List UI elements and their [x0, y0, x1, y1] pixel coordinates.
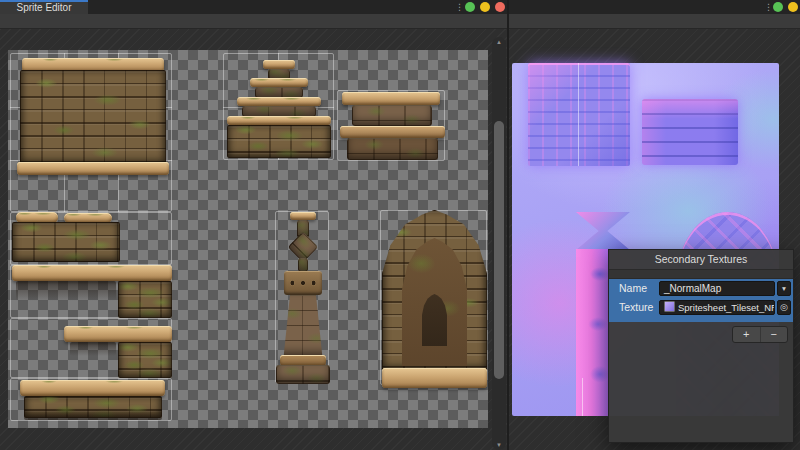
scroll-up-icon[interactable]: ▲ [492, 38, 506, 46]
sprite-stepped-pyramid[interactable] [227, 60, 331, 158]
vertical-scrollbar[interactable]: ▲ ▼ [492, 37, 506, 450]
panel-separator [609, 269, 793, 279]
sprite-editor-window: Sprite Editor ⋮ ⋮ Sprite Editor▾ Slice▾ … [0, 0, 800, 450]
name-label: Name [619, 281, 647, 296]
texture-object-field[interactable]: Spritesheet_Tileset_NRM [659, 300, 775, 315]
slice-grid-line [578, 63, 579, 166]
toolbar: Sprite Editor▾ Slice▾ Trim Revert Apply … [0, 14, 800, 29]
secondary-textures-panel: Secondary Textures Name _NormalMap ▼ Tex… [608, 249, 794, 443]
tab-bar: Sprite Editor ⋮ ⋮ [0, 0, 800, 14]
sprite-editor-canvas: ▲ ▼ [0, 29, 507, 450]
object-picker-button[interactable]: ◎ [777, 300, 791, 315]
object-picker-icon: ◎ [780, 302, 788, 312]
texture-thumbnail-icon [664, 301, 675, 312]
window-dot-green[interactable] [465, 2, 475, 12]
scroll-down-icon[interactable]: ▼ [492, 441, 506, 449]
sprite-stone-platform[interactable] [340, 92, 445, 160]
name-field[interactable]: _NormalMap [659, 281, 775, 296]
slice-grid-line [582, 378, 583, 416]
sprite-long-ledge[interactable] [12, 265, 172, 318]
sprite-bottom-ledge[interactable] [20, 378, 168, 420]
window-menu-icon-right[interactable]: ⋮ [764, 1, 773, 13]
normal-map-wall [528, 63, 630, 166]
normal-map-column-top [576, 212, 630, 250]
sprite-carved-totem-column[interactable] [276, 212, 330, 384]
texture-label: Texture [619, 300, 653, 315]
normal-map-platform [642, 99, 738, 165]
remove-entry-button[interactable]: − [761, 327, 788, 342]
window-menu-icon[interactable]: ⋮ [455, 1, 464, 13]
chevron-down-icon: ▼ [781, 285, 787, 292]
sprite-large-mossy-wall[interactable] [20, 58, 166, 178]
window-dot-red[interactable] [495, 2, 505, 12]
panel-title: Secondary Textures [609, 253, 793, 265]
scrollbar-thumb[interactable] [494, 121, 504, 379]
sprite-short-ledge[interactable] [64, 326, 172, 378]
sprite-rubble-wall-strip[interactable] [12, 212, 120, 262]
window-dot-yellow[interactable] [480, 2, 490, 12]
sprite-arched-stone-gate[interactable] [382, 210, 487, 388]
add-remove-buttons: + − [732, 326, 788, 343]
tab-sprite-editor[interactable]: Sprite Editor [0, 0, 88, 14]
window-dot-yellow-right[interactable] [788, 2, 798, 12]
name-dropdown-button[interactable]: ▼ [777, 281, 791, 296]
window-dot-green-right[interactable] [773, 2, 783, 12]
add-entry-button[interactable]: + [733, 327, 761, 342]
